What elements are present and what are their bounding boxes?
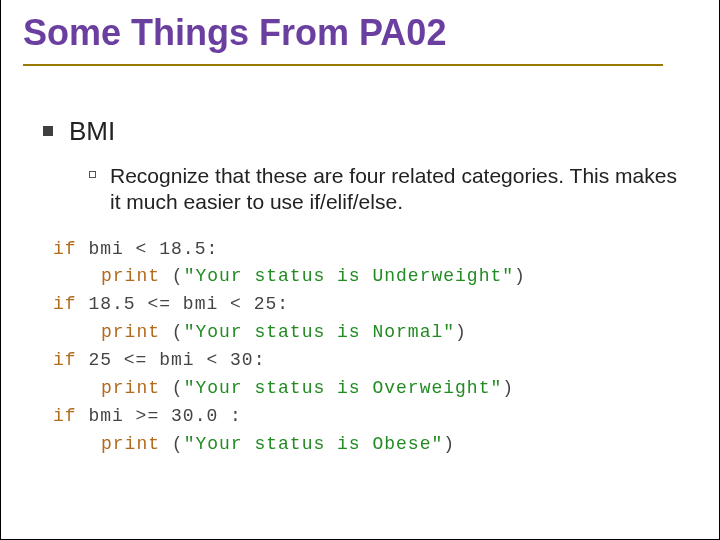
code-cond: bmi < 18.5: [77, 239, 219, 259]
code-paren: ( [160, 266, 184, 286]
code-paren: ( [160, 322, 184, 342]
code-kw: print [101, 322, 160, 342]
code-cond: 25 <= bmi < 30: [77, 350, 266, 370]
code-kw: if [53, 294, 77, 314]
bullet-level-1-text: BMI [69, 116, 115, 147]
code-str: "Your status is Normal" [184, 322, 455, 342]
code-cond: 18.5 <= bmi < 25: [77, 294, 289, 314]
code-paren: ) [502, 378, 514, 398]
code-kw: if [53, 239, 77, 259]
code-str: "Your status is Obese" [184, 434, 444, 454]
code-paren: ( [160, 378, 184, 398]
code-kw: print [101, 378, 160, 398]
code-paren: ) [514, 266, 526, 286]
code-cond: bmi >= 30.0 : [77, 406, 242, 426]
bullet-level-1: BMI [43, 116, 697, 147]
bullet-level-2-text: Recognize that these are four related ca… [110, 163, 677, 216]
code-str: "Your status is Underweight" [184, 266, 514, 286]
code-paren: ( [160, 434, 184, 454]
hollow-square-bullet-icon [89, 171, 96, 178]
code-block: if bmi < 18.5: print ("Your status is Un… [53, 236, 697, 459]
code-paren: ) [455, 322, 467, 342]
bullet-level-2: Recognize that these are four related ca… [89, 163, 677, 216]
code-paren: ) [443, 434, 455, 454]
code-str: "Your status is Overweight" [184, 378, 503, 398]
slide-title: Some Things From PA02 [23, 12, 697, 60]
code-kw: if [53, 406, 77, 426]
slide: Some Things From PA02 BMI Recognize that… [0, 0, 720, 540]
square-bullet-icon [43, 126, 53, 136]
code-kw: print [101, 266, 160, 286]
code-kw: print [101, 434, 160, 454]
code-kw: if [53, 350, 77, 370]
title-underline [23, 64, 663, 66]
